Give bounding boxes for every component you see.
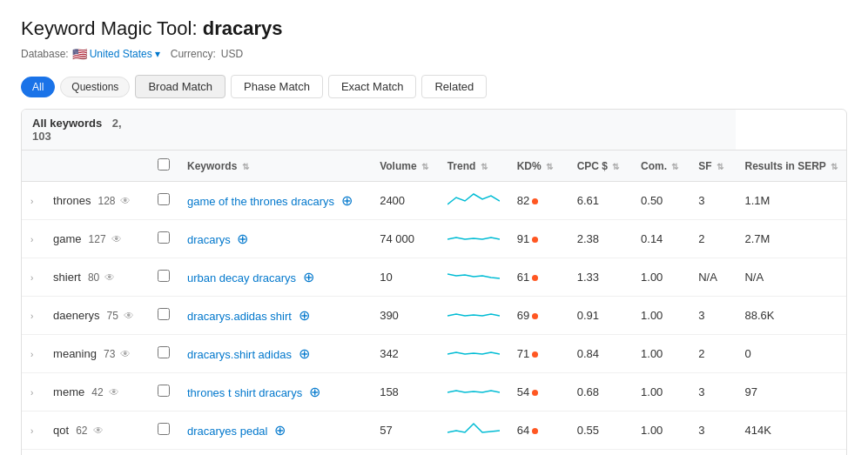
com-cell: 1.00 <box>632 373 690 412</box>
group-name-cell[interactable]: game 127 👁 <box>44 220 149 258</box>
group-name-cell[interactable]: qot 62 👁 <box>44 412 149 450</box>
add-keyword-button[interactable]: ⊕ <box>338 192 356 209</box>
group-name-label: shiert <box>53 271 81 284</box>
select-all-checkbox[interactable] <box>158 158 170 171</box>
row-checkbox[interactable] <box>158 308 170 320</box>
col-groups <box>44 151 149 182</box>
keyword-link[interactable]: dracarys.shirt adidas <box>187 348 292 361</box>
group-name-cell[interactable]: shiert 80 👁 <box>44 258 149 297</box>
group-name-label: qot <box>53 424 69 437</box>
keyword-cell: dracarys.shirt adidas ⊕ <box>178 335 371 373</box>
group-count: 128 <box>98 195 115 207</box>
table-row: › shiert 80 👁 urban decay dracarys ⊕ 10 … <box>22 258 846 297</box>
col-kd-header[interactable]: KD% ⇅ <box>508 151 569 182</box>
eye-icon[interactable]: 👁 <box>93 425 104 437</box>
table-row: › dragon 58 👁 dracarys t shirt women ⊕ 2… <box>22 450 846 456</box>
group-chevron[interactable]: › <box>22 450 44 456</box>
keyword-link[interactable]: dracarys <box>187 233 231 246</box>
com-cell: 0.50 <box>632 182 690 220</box>
col-sf-header[interactable]: SF ⇅ <box>690 151 736 182</box>
serp-sort-icon: ⇅ <box>831 162 838 171</box>
row-checkbox-cell <box>149 450 178 456</box>
country-name: United States <box>90 48 152 60</box>
com-cell: 1.00 <box>632 297 690 335</box>
keyword-link[interactable]: dracarys.adidas shirt <box>187 310 292 323</box>
row-checkbox[interactable] <box>158 385 170 397</box>
row-checkbox[interactable] <box>158 346 170 358</box>
group-name-cell[interactable]: dragon 58 👁 <box>44 450 149 456</box>
table-row: › daenerys 75 👁 dracarys.adidas shirt ⊕ … <box>22 297 846 335</box>
group-chevron[interactable]: › <box>22 258 44 297</box>
row-checkbox[interactable] <box>158 423 170 435</box>
col-serp-header[interactable]: Results in SERP ⇅ <box>736 151 846 182</box>
row-checkbox[interactable] <box>158 231 170 244</box>
com-cell: 1.00 <box>632 412 690 450</box>
add-keyword-button[interactable]: ⊕ <box>233 231 252 247</box>
row-checkbox[interactable] <box>158 193 170 205</box>
group-name-label: meme <box>53 385 84 398</box>
com-cell: 0.14 <box>632 220 690 258</box>
group-name-cell[interactable]: meme 42 👁 <box>44 373 149 412</box>
col-cpc-header[interactable]: CPC $ ⇅ <box>569 151 632 182</box>
eye-icon[interactable]: 👁 <box>111 233 122 245</box>
eye-icon[interactable]: 👁 <box>124 310 134 322</box>
keyword-cell: urban decay dracarys ⊕ <box>178 258 371 297</box>
country-selector[interactable]: 🇺🇸 United States ▾ <box>72 47 160 61</box>
keyword-link[interactable]: thrones t shirt dracarys <box>187 386 302 399</box>
cpc-cell: 0.55 <box>569 412 632 450</box>
currency-value: USD <box>221 48 243 60</box>
tab-all[interactable]: All <box>21 77 55 97</box>
group-chevron[interactable]: › <box>22 182 44 220</box>
tab-broad-match[interactable]: Broad Match <box>135 75 225 98</box>
table-row: › game 127 👁 dracarys ⊕ 74 000 91 2.38 0… <box>22 220 846 258</box>
title-label: Keyword Magic Tool: <box>21 17 198 39</box>
volume-cell: 57 <box>371 412 439 450</box>
keywords-sort-icon: ⇅ <box>242 162 249 171</box>
cpc-cell: 0.91 <box>569 297 632 335</box>
group-chevron[interactable]: › <box>22 373 44 412</box>
row-checkbox[interactable] <box>158 270 170 282</box>
group-name-cell[interactable]: thrones 128 👁 <box>44 182 149 220</box>
group-count: 127 <box>89 233 106 245</box>
col-keywords-header[interactable]: Keywords ⇅ <box>178 151 371 182</box>
group-chevron[interactable]: › <box>22 220 44 258</box>
serp-cell: 88.6K <box>736 297 846 335</box>
kd-cell: 69 <box>508 297 569 335</box>
tab-related[interactable]: Related <box>421 75 487 98</box>
serp-cell: 2.7M <box>736 220 846 258</box>
kd-cell: 51 <box>508 450 569 456</box>
chevron-down-icon: ▾ <box>155 48 160 60</box>
group-chevron[interactable]: › <box>22 412 44 450</box>
group-chevron[interactable]: › <box>22 297 44 335</box>
eye-icon[interactable]: 👁 <box>120 348 131 360</box>
keywords-table-wrap: All keywords 2, 103 <box>21 109 847 455</box>
tab-questions[interactable]: Questions <box>60 77 130 97</box>
kd-cell: 82 <box>508 182 569 220</box>
currency-label: Currency: <box>171 48 216 60</box>
add-keyword-button[interactable]: ⊕ <box>295 345 313 362</box>
keyword-link[interactable]: game of the thrones dracarys <box>187 195 334 208</box>
eye-icon[interactable]: 👁 <box>104 271 115 284</box>
keyword-link[interactable]: urban decay dracarys <box>187 271 296 284</box>
keyword-link[interactable]: dracaryes pedal <box>187 425 268 438</box>
group-name-cell[interactable]: daenerys 75 👁 <box>44 297 149 335</box>
add-keyword-button[interactable]: ⊕ <box>299 269 318 285</box>
add-keyword-button[interactable]: ⊕ <box>271 422 289 438</box>
col-com-header[interactable]: Com. ⇅ <box>632 151 690 182</box>
add-keyword-button[interactable]: ⊕ <box>306 384 324 400</box>
cpc-cell: 0.42 <box>569 450 632 456</box>
tab-exact-match[interactable]: Exact Match <box>328 75 417 98</box>
subtitle-bar: Database: 🇺🇸 United States ▾ Currency: U… <box>21 47 847 61</box>
tab-phase-match[interactable]: Phase Match <box>231 75 323 98</box>
group-name-cell[interactable]: meaning 73 👁 <box>44 335 149 373</box>
col-trend-header[interactable]: Trend ⇅ <box>439 151 508 182</box>
serp-cell: 414K <box>736 412 846 450</box>
kd-cell: 54 <box>508 373 569 412</box>
eye-icon[interactable]: 👁 <box>120 195 131 207</box>
group-chevron[interactable]: › <box>22 335 44 373</box>
add-keyword-button[interactable]: ⊕ <box>295 307 313 324</box>
eye-icon[interactable]: 👁 <box>109 386 119 398</box>
table-row: › qot 62 👁 dracaryes pedal ⊕ 57 64 0.55 … <box>22 412 846 450</box>
cpc-cell: 2.38 <box>569 220 632 258</box>
col-volume-header[interactable]: Volume ⇅ <box>371 151 439 182</box>
